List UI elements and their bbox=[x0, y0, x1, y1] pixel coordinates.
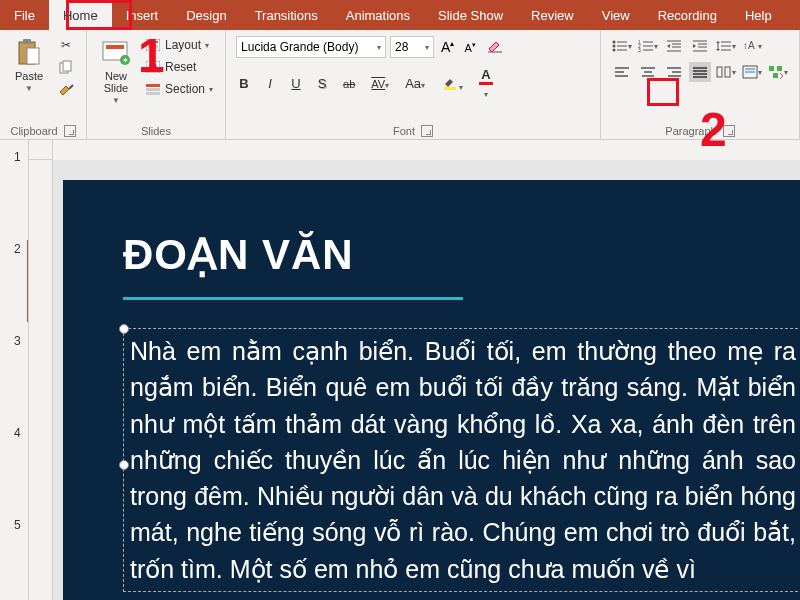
slide-canvas[interactable]: ĐOẠN VĂN Nhà em nằm cạnh biển. Buổi tối,… bbox=[53, 160, 800, 600]
text-direction-button[interactable]: ↕A▾ bbox=[741, 36, 763, 56]
svg-text:↕A: ↕A bbox=[743, 40, 755, 51]
tab-slideshow[interactable]: Slide Show bbox=[424, 0, 517, 30]
change-case-button[interactable]: Aa▾ bbox=[402, 75, 428, 92]
clipboard-label: Clipboard bbox=[10, 125, 57, 137]
decrease-indent-button[interactable] bbox=[663, 36, 685, 56]
slide: ĐOẠN VĂN Nhà em nằm cạnh biển. Buổi tối,… bbox=[63, 180, 800, 600]
svg-rect-19 bbox=[444, 87, 456, 90]
svg-rect-4 bbox=[63, 61, 71, 71]
smartart-button[interactable]: ▾ bbox=[767, 62, 789, 82]
strike-button[interactable]: ab bbox=[340, 77, 358, 91]
thumb-number: 1 bbox=[14, 150, 21, 228]
chevron-down-icon: ▼ bbox=[25, 84, 33, 93]
clipboard-launcher[interactable] bbox=[64, 125, 76, 137]
section-label: Section bbox=[165, 82, 205, 96]
divider bbox=[123, 297, 463, 300]
svg-rect-17 bbox=[146, 92, 160, 95]
layout-button[interactable]: Layout ▾ bbox=[143, 36, 215, 54]
slide-title[interactable]: ĐOẠN VĂN bbox=[123, 230, 800, 279]
shrink-font-button[interactable]: A▾ bbox=[461, 40, 478, 55]
shadow-button[interactable]: S bbox=[314, 75, 330, 92]
group-slides: ✦ New Slide ▼ Layout ▾ Reset Section ▾ S… bbox=[87, 30, 226, 139]
thumb-number: 3 bbox=[14, 334, 21, 412]
tab-review[interactable]: Review bbox=[517, 0, 588, 30]
vertical-ruler[interactable] bbox=[29, 160, 53, 600]
font-name-select[interactable]: Lucida Grande (Body)▾ bbox=[236, 36, 386, 58]
tab-transitions[interactable]: Transitions bbox=[241, 0, 332, 30]
svg-rect-12 bbox=[148, 45, 152, 49]
resize-handle[interactable] bbox=[119, 324, 129, 334]
svg-rect-2 bbox=[27, 48, 39, 64]
ruler-corner bbox=[29, 140, 53, 160]
format-painter-button[interactable] bbox=[56, 80, 76, 98]
ribbon: Paste ▼ ✂ Clipboard ✦ New Slide ▼ bbox=[0, 30, 800, 140]
font-color-button[interactable]: A▾ bbox=[476, 66, 496, 101]
underline-button[interactable]: U bbox=[288, 75, 304, 92]
layout-label: Layout bbox=[165, 38, 201, 52]
group-font: Lucida Grande (Body)▾ 28▾ A▴ A▾ B I U S … bbox=[226, 30, 601, 139]
tab-view[interactable]: View bbox=[588, 0, 644, 30]
font-size-select[interactable]: 28▾ bbox=[390, 36, 434, 58]
svg-rect-1 bbox=[23, 39, 31, 44]
italic-button[interactable]: I bbox=[262, 75, 278, 92]
font-label: Font bbox=[393, 125, 415, 137]
svg-rect-59 bbox=[725, 67, 730, 77]
tab-insert[interactable]: Insert bbox=[112, 0, 173, 30]
align-left-button[interactable] bbox=[611, 62, 633, 82]
cut-button[interactable]: ✂ bbox=[56, 36, 76, 54]
grow-font-button[interactable]: A▴ bbox=[438, 38, 457, 56]
justify-button[interactable] bbox=[689, 62, 711, 82]
svg-rect-64 bbox=[777, 66, 782, 71]
work-area: 1 PRESENTATION TITLE Presentation taglin… bbox=[0, 140, 800, 600]
tab-home[interactable]: Home bbox=[49, 0, 112, 30]
numbering-button[interactable]: 123▾ bbox=[637, 36, 659, 56]
group-paragraph: ▾ 123▾ ▾ ↕A▾ ▾ ▾ ▾ Paragraph bbox=[601, 30, 800, 139]
brush-icon bbox=[58, 81, 74, 97]
svg-rect-13 bbox=[154, 45, 158, 49]
thumb-number: 5 bbox=[14, 518, 21, 548]
svg-line-5 bbox=[69, 85, 73, 89]
tab-help[interactable]: Help bbox=[731, 0, 786, 30]
reset-label: Reset bbox=[165, 60, 196, 74]
thumbnail-pane[interactable]: 1 PRESENTATION TITLE Presentation taglin… bbox=[0, 140, 29, 600]
copy-button[interactable] bbox=[56, 58, 76, 76]
align-text-button[interactable]: ▾ bbox=[741, 62, 763, 82]
font-name-value: Lucida Grande (Body) bbox=[241, 40, 358, 54]
new-slide-label: New Slide bbox=[104, 70, 128, 94]
cut-icon: ✂ bbox=[58, 37, 74, 53]
tab-animations[interactable]: Animations bbox=[332, 0, 424, 30]
copy-icon bbox=[58, 59, 74, 75]
new-slide-icon: ✦ bbox=[101, 38, 131, 68]
bullets-button[interactable]: ▾ bbox=[611, 36, 633, 56]
columns-button[interactable]: ▾ bbox=[715, 62, 737, 82]
tab-recording[interactable]: Recording bbox=[644, 0, 731, 30]
chevron-down-icon: ▾ bbox=[377, 43, 381, 52]
align-center-button[interactable] bbox=[637, 62, 659, 82]
bold-button[interactable]: B bbox=[236, 75, 252, 92]
tab-file[interactable]: File bbox=[0, 0, 49, 30]
tab-design[interactable]: Design bbox=[172, 0, 240, 30]
section-icon bbox=[145, 81, 161, 97]
font-size-value: 28 bbox=[395, 40, 408, 54]
reset-button[interactable]: Reset bbox=[143, 58, 215, 76]
char-spacing-button[interactable]: AV▾ bbox=[368, 75, 392, 92]
chevron-down-icon: ▾ bbox=[425, 43, 429, 52]
canvas-area: 2 1 1 2 3 4 ĐOẠN VĂN bbox=[29, 140, 800, 600]
paste-button[interactable]: Paste ▼ bbox=[10, 36, 48, 95]
section-button[interactable]: Section ▾ bbox=[143, 80, 215, 98]
line-spacing-button[interactable]: ▾ bbox=[715, 36, 737, 56]
ribbon-tabs: File Home Insert Design Transitions Anim… bbox=[0, 0, 800, 30]
increase-indent-button[interactable] bbox=[689, 36, 711, 56]
thumb-number: 4 bbox=[14, 426, 21, 504]
body-textbox[interactable]: Nhà em nằm cạnh biển. Buổi tối, em thườn… bbox=[123, 328, 800, 592]
paragraph-launcher[interactable] bbox=[723, 125, 735, 137]
svg-rect-11 bbox=[148, 41, 158, 43]
svg-rect-15 bbox=[146, 84, 160, 87]
clear-format-button[interactable] bbox=[483, 36, 507, 58]
align-right-button[interactable] bbox=[663, 62, 685, 82]
font-launcher[interactable] bbox=[421, 125, 433, 137]
new-slide-button[interactable]: ✦ New Slide ▼ bbox=[97, 36, 135, 107]
resize-handle[interactable] bbox=[119, 460, 129, 470]
highlight-button[interactable]: ▾ bbox=[438, 73, 466, 94]
layout-icon bbox=[145, 37, 161, 53]
